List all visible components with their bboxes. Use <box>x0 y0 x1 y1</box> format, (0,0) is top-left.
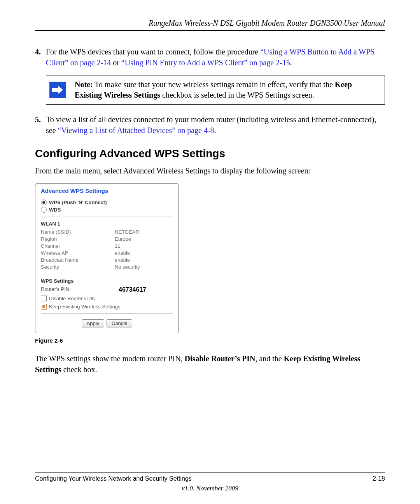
apply-button[interactable]: Apply <box>82 319 105 327</box>
divider <box>41 217 173 217</box>
checkbox-keep-settings[interactable]: Keep Existing Wireless Settings <box>41 304 173 310</box>
kv-row: SecurityNo security <box>41 264 173 270</box>
note-label: Note: <box>75 80 93 89</box>
kv-row: Channel11 <box>41 243 173 249</box>
kv-val: No security <box>115 264 140 270</box>
wlan-heading: WLAN 1 <box>41 221 173 227</box>
section-heading: Configuring Advanced WPS Settings <box>35 147 385 160</box>
kv-key: Name (SSID) <box>41 229 115 235</box>
kv-row: Name (SSID)NETGEAR <box>41 229 173 235</box>
checkbox-label: Keep Existing Wireless Settings <box>49 304 121 310</box>
button-row: Apply Cancel <box>41 319 173 327</box>
bold-term: Disable Router’s PIN <box>185 354 256 363</box>
checkbox-disable-pin[interactable]: Disable Router's PIN <box>41 296 173 301</box>
arrow-right-icon <box>49 82 66 98</box>
divider <box>41 274 173 274</box>
pin-label: Router's PIN: <box>41 286 119 293</box>
checkbox-icon <box>41 296 47 301</box>
text: . <box>214 126 216 135</box>
radio-icon <box>41 207 47 213</box>
kv-val: Europe <box>115 236 131 242</box>
step-num: 5. <box>35 114 46 136</box>
step-body: To view a list of all devices connected … <box>46 114 385 136</box>
intro-paragraph: From the main menu, select Advanced Wire… <box>35 165 385 176</box>
advanced-wps-panel: Advanced WPS Settings WPS (Push 'N' Conn… <box>35 183 179 333</box>
kv-key: Broadcast Name <box>41 257 115 263</box>
kv-row: Broadcast Nameenable <box>41 257 173 263</box>
kv-val: NETGEAR <box>115 229 139 235</box>
wlan-section: WLAN 1 Name (SSID)NETGEAR RegionEurope C… <box>41 221 173 270</box>
xref-link[interactable]: “Using PIN Entry to Add a WPS Client” on… <box>121 58 290 67</box>
radio-label: WDS <box>49 207 61 213</box>
radio-wps[interactable]: WPS (Push 'N' Connect) <box>41 200 173 205</box>
text: or <box>111 58 121 67</box>
footer-version: v1.0, November 2009 <box>35 485 385 492</box>
kv-val: 11 <box>115 243 120 249</box>
cancel-button[interactable]: Cancel <box>107 319 132 327</box>
radio-wds[interactable]: WDS <box>41 207 173 213</box>
running-header: RangeMax Wireless-N DSL Gigabit Modem Ro… <box>35 19 385 31</box>
panel-title: Advanced WPS Settings <box>41 187 173 194</box>
kv-key: Security <box>41 264 115 270</box>
svg-marker-0 <box>52 86 63 94</box>
step-5: 5. To view a list of all devices connect… <box>35 114 385 136</box>
checkbox-icon <box>41 304 47 310</box>
page-footer: Configuring Your Wireless Network and Se… <box>35 472 385 492</box>
text: check box. <box>61 365 97 374</box>
wps-settings-heading: WPS Settings <box>41 278 173 284</box>
figure-caption: Figure 2-6 <box>35 337 385 344</box>
kv-row-pin: Router's PIN: 46734617 <box>41 286 173 293</box>
closing-paragraph: The WPS settings show the modem router P… <box>35 353 385 375</box>
text: checkbox is selected in the WPS Settings… <box>160 91 314 99</box>
radio-label: WPS (Push 'N' Connect) <box>49 200 107 205</box>
radio-icon <box>41 200 47 205</box>
divider <box>41 313 173 314</box>
text: . <box>290 58 292 67</box>
kv-row: Wireless APenable <box>41 250 173 256</box>
kv-key: Region <box>41 236 115 242</box>
checkbox-label: Disable Router's PIN <box>49 296 96 301</box>
step-4: 4. For the WPS devices that you want to … <box>35 46 385 68</box>
text: For the WPS devices that you want to con… <box>46 47 260 56</box>
step-body: For the WPS devices that you want to con… <box>46 46 385 68</box>
kv-key: Channel <box>41 243 115 249</box>
xref-link[interactable]: “Viewing a List of Attached Devices” on … <box>58 126 214 135</box>
note-icon-cell <box>46 75 69 104</box>
step-num: 4. <box>35 46 46 68</box>
footer-chapter: Configuring Your Wireless Network and Se… <box>35 475 192 482</box>
text: To make sure that your new wireless sett… <box>93 80 335 89</box>
pin-value: 46734617 <box>119 286 146 293</box>
kv-key: Wireless AP <box>41 250 115 256</box>
text: The WPS settings show the modem router P… <box>35 354 185 363</box>
page-number: 2-18 <box>373 475 385 482</box>
kv-val: enable <box>115 250 130 256</box>
note-text: Note: To make sure that your new wireles… <box>69 75 385 104</box>
text: , and the <box>255 354 284 363</box>
note-box: Note: To make sure that your new wireles… <box>46 75 385 105</box>
kv-row: RegionEurope <box>41 236 173 242</box>
kv-val: enable <box>115 257 130 263</box>
